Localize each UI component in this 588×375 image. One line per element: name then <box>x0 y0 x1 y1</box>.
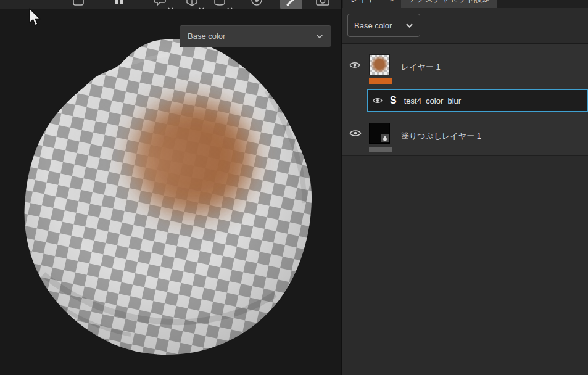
close-icon[interactable]: × <box>389 0 394 4</box>
tab-texture-set-settings[interactable]: テクスチャセット設定 <box>401 0 497 8</box>
viewport-channel-value: Base color <box>188 31 225 41</box>
channel-filter-select[interactable]: Base color <box>347 14 420 37</box>
visibility-eye-icon[interactable] <box>349 129 362 138</box>
sphere-icon[interactable] <box>247 0 266 9</box>
tab-texture-set-settings-label: テクスチャセット設定 <box>408 0 490 5</box>
visibility-eye-icon[interactable] <box>373 97 383 104</box>
channel-filter-value: Base color <box>354 21 392 30</box>
substance-logo-icon: S <box>390 96 397 105</box>
layer-thumbnail[interactable] <box>369 123 390 144</box>
brush-icon[interactable] <box>280 0 302 9</box>
speech-bubble-icon[interactable] <box>151 0 169 9</box>
viewport-channel-select[interactable]: Base color <box>180 25 331 47</box>
visibility-eye-icon[interactable] <box>349 61 360 69</box>
app-window: Base color レイヤー × テクスチャセット設定 Base color <box>0 0 588 375</box>
layer-row-selected[interactable]: S test4_color_blur <box>367 89 588 112</box>
chevron-down-icon[interactable] <box>227 2 233 9</box>
model-3d-mesh <box>0 9 341 375</box>
viewport-canvas[interactable]: Base color <box>0 9 341 375</box>
toolbar <box>0 0 341 9</box>
chevron-down-icon <box>405 23 413 28</box>
layer-accent-bar <box>369 78 392 84</box>
pause-icon[interactable] <box>110 0 128 9</box>
chevron-down-icon <box>316 34 323 39</box>
layers-empty-area <box>342 156 588 375</box>
tab-layers-label: レイヤー <box>350 0 383 5</box>
layer-thumbnail[interactable] <box>369 54 390 75</box>
layers-panel: レイヤー × テクスチャセット設定 Base color レイヤー 1 <box>342 0 588 375</box>
panel-tab-bar: レイヤー × テクスチャセット設定 <box>342 0 588 8</box>
camera-icon[interactable] <box>313 0 332 9</box>
cylinder-icon[interactable] <box>210 0 229 9</box>
layer-accent-bar <box>369 147 392 152</box>
frame-icon[interactable] <box>69 0 88 9</box>
fill-layer-badge-icon <box>381 134 389 142</box>
chevron-down-icon[interactable] <box>168 2 173 9</box>
layer-name: 塗りつぶしレイヤー 1 <box>401 131 481 142</box>
tab-layers[interactable]: レイヤー × <box>343 0 402 8</box>
layer-name: test4_color_blur <box>404 96 462 105</box>
layer-name: レイヤー 1 <box>401 62 441 73</box>
mouse-cursor <box>28 8 42 28</box>
chevron-down-icon[interactable] <box>199 2 204 9</box>
